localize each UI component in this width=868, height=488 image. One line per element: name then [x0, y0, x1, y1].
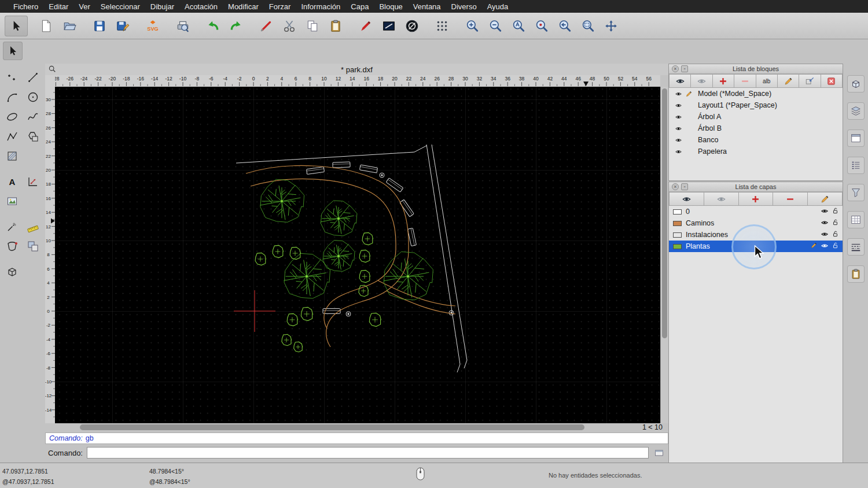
zoom-auto-button[interactable]: [507, 16, 530, 36]
polylines-tool-button[interactable]: [2, 127, 22, 146]
add-block-button[interactable]: [713, 74, 734, 88]
library-browser-dock-button[interactable]: [847, 75, 865, 93]
layer-lock-toggle[interactable]: [832, 242, 839, 251]
polygons-tool-button[interactable]: [23, 127, 43, 146]
snap-grid-button[interactable]: [431, 16, 454, 36]
text-tool-button[interactable]: A: [2, 172, 22, 191]
block-panel-close-icon[interactable]: ×: [672, 65, 679, 72]
menu-forzar[interactable]: Forzar: [264, 2, 296, 11]
layer-row[interactable]: 0: [669, 206, 843, 217]
delete-entities-button[interactable]: [255, 16, 278, 36]
open-file-button[interactable]: [58, 16, 81, 36]
block-row[interactable]: Model (*Model_Space): [669, 88, 843, 99]
layer-lock-toggle[interactable]: [832, 207, 839, 216]
block-list-toggle-dock-button[interactable]: [847, 102, 865, 120]
layer-visibility-toggle[interactable]: [821, 207, 829, 217]
menu-seleccionar[interactable]: Seleccionar: [95, 2, 145, 11]
zoom-window-button[interactable]: [576, 16, 599, 36]
block-row[interactable]: Árbol A: [669, 111, 843, 123]
menu-diverso[interactable]: Diverso: [446, 2, 482, 11]
zoom-redraw-button[interactable]: [530, 16, 553, 36]
block-visibility-toggle[interactable]: [673, 90, 683, 98]
cut-button[interactable]: [278, 16, 301, 36]
layer-edit-pencil[interactable]: [810, 242, 818, 251]
delete-block-button[interactable]: [821, 74, 843, 88]
redo-button[interactable]: [225, 16, 248, 36]
zoom-pan-button[interactable]: [599, 16, 623, 36]
block-visibility-toggle[interactable]: [673, 125, 683, 132]
image-tool-button[interactable]: [2, 192, 22, 210]
block-visibility-toggle[interactable]: [673, 113, 683, 121]
vertical-scrollbar[interactable]: [660, 87, 668, 423]
line-patterns-dock-button[interactable]: [847, 238, 865, 256]
insert-block-button[interactable]: [799, 74, 821, 88]
deform-tool-button[interactable]: [2, 237, 22, 256]
menu-capa[interactable]: Capa: [345, 2, 374, 11]
edit-block-button[interactable]: [778, 74, 799, 88]
menu-modificar[interactable]: Modificar: [223, 2, 264, 11]
show-all-layers-button[interactable]: [669, 192, 704, 206]
pen-attributes-button[interactable]: [354, 16, 377, 36]
menu-acotacion[interactable]: Acotación: [179, 2, 223, 11]
block-row[interactable]: Árbol B: [669, 123, 843, 134]
layer-visibility-toggle[interactable]: [821, 219, 829, 228]
document-window-icon[interactable]: [48, 65, 57, 74]
menu-ayuda[interactable]: Ayuda: [482, 2, 514, 11]
ellipses-tool-button[interactable]: [2, 108, 22, 126]
hatch-tool-button[interactable]: [2, 147, 22, 165]
print-preview-button[interactable]: [171, 16, 194, 36]
show-all-blocks-button[interactable]: [669, 74, 691, 88]
arcs-tool-button[interactable]: [2, 88, 22, 106]
measure-tool-button[interactable]: [23, 217, 43, 236]
block-row[interactable]: Banco: [669, 134, 843, 146]
modify-tool-button[interactable]: [2, 217, 22, 236]
zoom-out-button[interactable]: [484, 16, 507, 36]
menu-editar[interactable]: Editar: [43, 2, 73, 11]
layer-panel-close-icon[interactable]: ×: [672, 183, 679, 190]
layer-panel-float-icon[interactable]: ▫: [681, 183, 688, 190]
menu-informacion[interactable]: Información: [296, 2, 345, 11]
add-layer-button[interactable]: [739, 192, 774, 206]
block-visibility-toggle[interactable]: [673, 102, 683, 109]
lines-tool-button[interactable]: [23, 68, 43, 87]
zoom-previous-button[interactable]: [553, 16, 576, 36]
save-as-button[interactable]: [111, 16, 134, 36]
export-svg-button[interactable]: SVG: [141, 16, 164, 36]
paste-button[interactable]: [324, 16, 347, 36]
diameter-tool-button[interactable]: [400, 16, 424, 36]
points-tool-button[interactable]: [2, 68, 22, 87]
menu-ventana[interactable]: Ventana: [408, 2, 446, 11]
new-document-button[interactable]: [35, 16, 58, 36]
entity-attributes-button[interactable]: [377, 16, 400, 36]
layer-lock-toggle[interactable]: [832, 230, 839, 239]
menu-bloque[interactable]: Bloque: [374, 2, 407, 11]
vertical-scrollbar-thumb[interactable]: [662, 88, 667, 338]
rename-block-button[interactable]: alb: [756, 74, 778, 88]
selection-filter-dock-button[interactable]: [847, 184, 865, 201]
circles-tool-button[interactable]: [23, 88, 43, 106]
dimensions-tool-button[interactable]: [23, 172, 43, 191]
hide-all-layers-button[interactable]: [704, 192, 739, 206]
horizontal-scrollbar-thumb[interactable]: [80, 424, 584, 430]
block-row[interactable]: Layout1 (*Paper_Space): [669, 99, 843, 111]
menu-dibujar[interactable]: Dibujar: [145, 2, 179, 11]
layer-lock-toggle[interactable]: [832, 219, 839, 228]
block-panel-float-icon[interactable]: ▫: [681, 65, 688, 72]
drawing-canvas[interactable]: [55, 87, 660, 423]
command-widget-toggle-dock-button[interactable]: [847, 130, 865, 147]
select-button[interactable]: [5, 16, 28, 36]
block-row[interactable]: Papelera: [669, 146, 843, 157]
layer-visibility-toggle[interactable]: [821, 242, 829, 252]
undo-button[interactable]: [201, 16, 225, 36]
zoom-in-button[interactable]: [461, 16, 484, 36]
command-input[interactable]: [87, 447, 649, 459]
block-visibility-toggle[interactable]: [673, 148, 683, 156]
order-tool-button[interactable]: [23, 237, 43, 256]
remove-block-button[interactable]: [734, 74, 756, 88]
menu-ver[interactable]: Ver: [73, 2, 95, 11]
command-window-button[interactable]: [653, 448, 665, 458]
horizontal-scrollbar[interactable]: [45, 423, 631, 431]
save-button[interactable]: [88, 16, 111, 36]
properties-editor-dock-button[interactable]: [847, 211, 865, 228]
block-visibility-toggle[interactable]: [673, 136, 683, 144]
